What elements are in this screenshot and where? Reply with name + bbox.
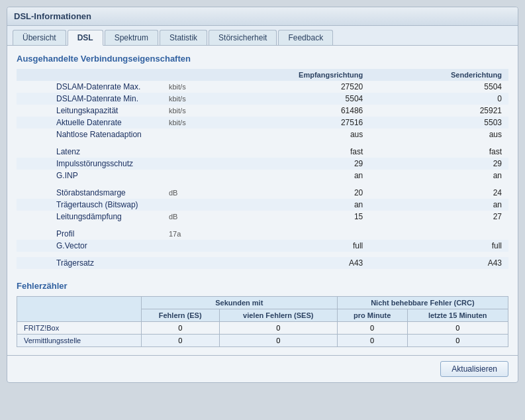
window-title: DSL-Informationen: [7, 7, 518, 26]
error-section-title: Fehlerzähler: [17, 281, 508, 291]
prop-unit: [162, 240, 202, 252]
prop-label: Latenz: [17, 146, 162, 158]
prop-receive: an: [202, 170, 369, 182]
tab-feedback[interactable]: Feedback: [278, 30, 333, 45]
update-button[interactable]: Aktualisieren: [440, 361, 508, 377]
prop-send: 25921: [369, 105, 508, 117]
prop-send: 5504: [369, 81, 508, 93]
prop-send: fast: [369, 146, 508, 158]
prop-send: 27: [369, 211, 508, 223]
prop-send: an: [369, 199, 508, 211]
col-last15-header: letzte 15 Minuten: [407, 309, 508, 322]
prop-unit: [162, 199, 202, 211]
prop-label: G.INP: [17, 170, 162, 182]
prop-send: 29: [369, 158, 508, 170]
properties-table: Empfangsrichtung Senderichtung DSLAM-Dat…: [17, 69, 508, 269]
error-row-label: FRITZ!Box: [17, 322, 142, 335]
prop-send: 24: [369, 187, 508, 199]
tab-interference[interactable]: Störsicherheit: [209, 30, 277, 45]
prop-receive: 61486: [202, 105, 369, 117]
prop-unit: dB: [162, 187, 202, 199]
error-row-value: 0: [407, 335, 508, 347]
prop-send: full: [369, 240, 508, 252]
prop-receive: 20: [202, 187, 369, 199]
prop-label: DSLAM-Datenrate Min.: [17, 93, 162, 105]
prop-send: 0: [369, 93, 508, 105]
tab-overview[interactable]: Übersicht: [13, 30, 66, 45]
prop-label: Trägersatz: [17, 257, 162, 269]
prop-label: Nahtlose Ratenadaption: [17, 129, 162, 140]
main-content: Ausgehandelte Verbindungseigenschaften E…: [7, 46, 518, 355]
tab-dsl[interactable]: DSL: [68, 30, 103, 46]
prop-receive: 27516: [202, 117, 369, 129]
error-row-value: 0: [219, 322, 337, 335]
prop-label: G.Vector: [17, 240, 162, 252]
prop-send: A43: [369, 257, 508, 269]
tab-spectrum[interactable]: Spektrum: [105, 30, 158, 45]
prop-unit: dB: [162, 211, 202, 223]
error-row-value: 0: [337, 335, 407, 347]
tab-bar: Übersicht DSL Spektrum Statistik Störsic…: [7, 26, 518, 46]
prop-send: an: [369, 170, 508, 182]
prop-label: Trägertausch (Bitswap): [17, 199, 162, 211]
prop-label: Leitungsdämpfung: [17, 211, 162, 223]
tab-statistics[interactable]: Statistik: [160, 30, 207, 45]
properties-section-title: Ausgehandelte Verbindungseigenschaften: [17, 54, 508, 64]
col-es-header: Fehlern (ES): [141, 309, 219, 322]
dsl-info-window: DSL-Informationen Übersicht DSL Spektrum…: [7, 7, 518, 383]
error-row-value: 0: [219, 335, 337, 347]
col-noncorr-header: Nicht behebbare Fehler (CRC): [337, 297, 508, 309]
col-receive-header: Empfangsrichtung: [202, 69, 369, 81]
prop-unit: 17a: [162, 228, 202, 240]
prop-unit: [162, 158, 202, 170]
prop-label: Störabstandsmarge: [17, 187, 162, 199]
prop-unit: kbit/s: [162, 117, 202, 129]
prop-unit: kbit/s: [162, 93, 202, 105]
error-row-value: 0: [337, 322, 407, 335]
prop-label: Impulsstörungsschutz: [17, 158, 162, 170]
prop-label: Aktuelle Datenrate: [17, 117, 162, 129]
prop-unit: kbit/s: [162, 105, 202, 117]
prop-receive: 15: [202, 211, 369, 223]
prop-unit: [162, 146, 202, 158]
error-row-value: 0: [141, 335, 219, 347]
prop-send: [369, 228, 508, 240]
footer: Aktualisieren: [7, 355, 518, 382]
col-permin-header: pro Minute: [337, 309, 407, 322]
prop-receive: 29: [202, 158, 369, 170]
prop-receive: an: [202, 199, 369, 211]
col-ses-header: vielen Fehlern (SES): [219, 309, 337, 322]
prop-receive: full: [202, 240, 369, 252]
prop-unit: kbit/s: [162, 81, 202, 93]
prop-receive: A43: [202, 257, 369, 269]
prop-unit: [162, 129, 202, 140]
prop-send: 5503: [369, 117, 508, 129]
error-row-value: 0: [407, 322, 508, 335]
col-send-header: Senderichtung: [369, 69, 508, 81]
prop-receive: 27520: [202, 81, 369, 93]
col-seconds-header: Sekunden mit: [141, 297, 337, 309]
prop-receive: 5504: [202, 93, 369, 105]
prop-receive: aus: [202, 129, 369, 140]
prop-unit: [162, 170, 202, 182]
prop-send: aus: [369, 129, 508, 140]
error-table: Sekunden mit Nicht behebbare Fehler (CRC…: [17, 296, 508, 347]
prop-label: Profil: [17, 228, 162, 240]
error-row-label: Vermittlungsstelle: [17, 335, 142, 347]
prop-receive: fast: [202, 146, 369, 158]
prop-receive: [202, 228, 369, 240]
error-row-value: 0: [141, 322, 219, 335]
prop-unit: [162, 257, 202, 269]
prop-label: DSLAM-Datenrate Max.: [17, 81, 162, 93]
prop-label: Leitungskapazität: [17, 105, 162, 117]
